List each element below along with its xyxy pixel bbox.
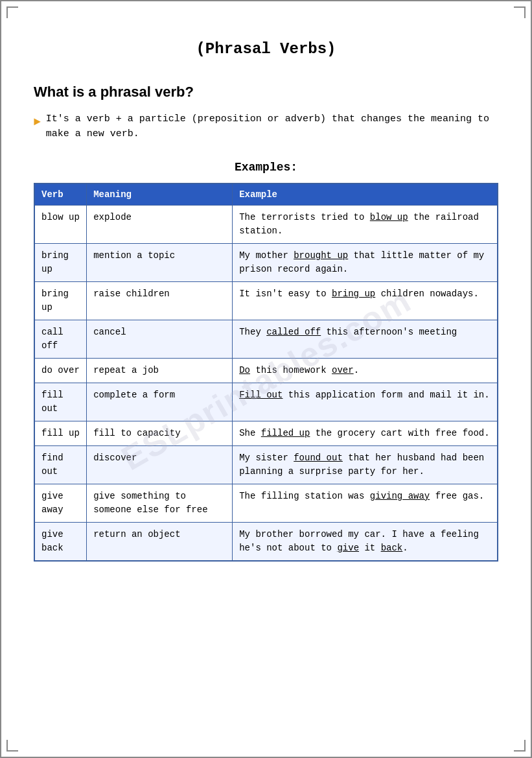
table-row: bring upraise childrenIt isn't easy to b… <box>34 282 498 320</box>
cell-example: The terrorists tried to blow up the rail… <box>233 206 498 244</box>
cell-example: Do this homework over. <box>233 359 498 383</box>
table-row: fill outcomplete a formFill out this app… <box>34 383 498 421</box>
cell-verb: bring up <box>34 282 87 320</box>
table-row: give backreturn an objectMy brother borr… <box>34 523 498 562</box>
cell-meaning: give something to someone else for free <box>87 484 233 523</box>
page-title: (Phrasal Verbs) <box>34 40 498 58</box>
cell-verb: give back <box>34 523 87 562</box>
table-row: find outdiscoverMy sister found out that… <box>34 446 498 484</box>
table-header-row: Verb Meaning Example <box>34 184 498 206</box>
cell-verb: find out <box>34 446 87 484</box>
table-row: do overrepeat a jobDo this homework over… <box>34 359 498 383</box>
cell-example: My mother brought up that little matter … <box>233 244 498 282</box>
cell-meaning: complete a form <box>87 383 233 421</box>
col-verb: Verb <box>34 184 87 206</box>
examples-heading: Examples: <box>34 161 498 174</box>
cell-verb: fill up <box>34 421 87 446</box>
cell-example: The filling station was giving away free… <box>233 484 498 523</box>
cell-example: They called off this afternoon's meeting <box>233 320 498 359</box>
cell-meaning: raise children <box>87 282 233 320</box>
cell-meaning: explode <box>87 206 233 244</box>
table-row: bring upmention a topicMy mother brought… <box>34 244 498 282</box>
cell-meaning: fill to capacity <box>87 421 233 446</box>
corner-tr <box>514 6 526 18</box>
cell-verb: do over <box>34 359 87 383</box>
cell-verb: call off <box>34 320 87 359</box>
cell-example: It isn't easy to bring up children nowad… <box>233 282 498 320</box>
table-row: call offcancelThey called off this after… <box>34 320 498 359</box>
examples-table: Verb Meaning Example blow upexplodeThe t… <box>34 183 498 562</box>
col-example: Example <box>233 184 498 206</box>
definition-box: ► It's a verb + a particle (preposition … <box>34 112 498 141</box>
cell-verb: fill out <box>34 383 87 421</box>
definition-text: It's a verb + a particle (preposition or… <box>46 112 498 141</box>
corner-br <box>514 740 526 752</box>
cell-meaning: mention a topic <box>87 244 233 282</box>
cell-example: Fill out this application form and mail … <box>233 383 498 421</box>
table-row: blow upexplodeThe terrorists tried to bl… <box>34 206 498 244</box>
table-row: give awaygive something to someone else … <box>34 484 498 523</box>
cell-meaning: repeat a job <box>87 359 233 383</box>
col-meaning: Meaning <box>87 184 233 206</box>
cell-meaning: discover <box>87 446 233 484</box>
corner-tl <box>6 6 18 18</box>
cell-example: My sister found out that her husband had… <box>233 446 498 484</box>
table-row: fill upfill to capacityShe filled up the… <box>34 421 498 446</box>
arrow-icon: ► <box>34 113 41 131</box>
cell-verb: bring up <box>34 244 87 282</box>
cell-verb: give away <box>34 484 87 523</box>
cell-meaning: return an object <box>87 523 233 562</box>
cell-example: My brother borrowed my car. I have a fee… <box>233 523 498 562</box>
page: ESLprintables.com (Phrasal Verbs) What i… <box>0 0 532 758</box>
section-heading: What is a phrasal verb? <box>34 84 498 101</box>
corner-bl <box>6 740 18 752</box>
cell-meaning: cancel <box>87 320 233 359</box>
cell-verb: blow up <box>34 206 87 244</box>
cell-example: She filled up the grocery cart with free… <box>233 421 498 446</box>
